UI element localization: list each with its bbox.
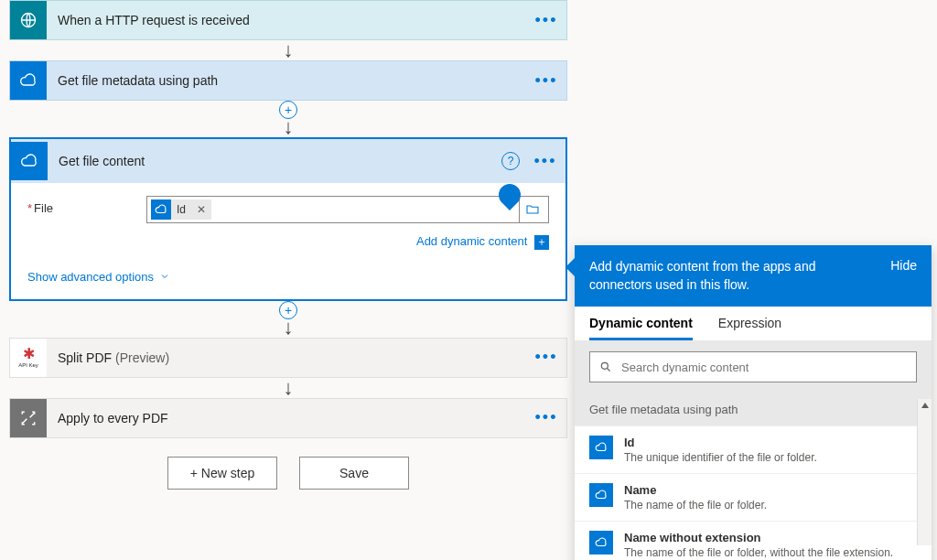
item-title: Name xyxy=(624,483,767,497)
item-description: The name of the file or folder, without … xyxy=(624,546,893,559)
scrollbar[interactable] xyxy=(917,399,932,545)
step-http-trigger[interactable]: When a HTTP request is received ••• xyxy=(9,0,567,40)
plus-icon: ＋ xyxy=(534,235,549,250)
show-advanced-options[interactable]: Show advanced options xyxy=(27,270,170,284)
connector-with-add: + ↓ xyxy=(9,301,567,338)
step-split-pdf[interactable]: ✱ API Key Split PDF (Preview) ••• xyxy=(9,338,567,378)
cloud-icon xyxy=(11,142,48,180)
hide-panel-button[interactable]: Hide xyxy=(890,258,917,294)
step-menu-button[interactable]: ••• xyxy=(526,408,566,427)
item-description: The name of the file or folder. xyxy=(624,499,767,512)
dyn-section-title: Get file metadata using path xyxy=(575,393,932,425)
panel-tabs: Dynamic content Expression xyxy=(575,307,932,340)
step-menu-button[interactable]: ••• xyxy=(526,348,566,367)
cloud-icon xyxy=(589,436,613,459)
cloud-icon xyxy=(589,483,613,507)
step-title: When a HTTP request is received xyxy=(47,13,526,27)
item-title: Name without extension xyxy=(624,531,893,544)
step-title: Split PDF (Preview) xyxy=(47,350,526,365)
tab-dynamic-content[interactable]: Dynamic content xyxy=(589,316,693,340)
step-title: Apply to every PDF xyxy=(47,411,526,425)
panel-header: Add dynamic content from the apps and co… xyxy=(575,245,932,307)
cloud-icon xyxy=(589,531,613,555)
dynamic-content-item[interactable]: Name without extensionThe name of the fi… xyxy=(575,521,932,560)
dynamic-content-panel: Add dynamic content from the apps and co… xyxy=(575,245,932,560)
dynamic-content-item[interactable]: IdThe unique identifier of the file or f… xyxy=(575,425,932,473)
connector-with-add: + ↓ xyxy=(9,101,567,137)
step-menu-button[interactable]: ••• xyxy=(525,152,565,171)
file-input[interactable]: Id ✕ xyxy=(146,196,549,223)
panel-pointer-icon xyxy=(565,258,575,276)
file-field-label: *File xyxy=(27,196,146,215)
globe-icon xyxy=(10,1,47,39)
step-title: Get file metadata using path xyxy=(47,73,526,88)
loop-icon xyxy=(10,399,47,437)
save-button[interactable]: Save xyxy=(299,457,409,490)
add-dynamic-content-link[interactable]: Add dynamic content ＋ xyxy=(416,234,549,248)
connector: ↓ xyxy=(9,40,567,60)
connector: ↓ xyxy=(9,378,567,398)
search-dynamic-content[interactable] xyxy=(589,351,917,382)
help-icon[interactable]: ? xyxy=(501,152,520,170)
remove-token-button[interactable]: ✕ xyxy=(191,203,211,216)
step-header[interactable]: Get file content ? ••• xyxy=(11,139,565,183)
search-input[interactable] xyxy=(621,361,907,374)
chevron-down-icon xyxy=(159,271,170,282)
item-title: Id xyxy=(624,436,817,449)
step-get-metadata[interactable]: Get file metadata using path ••• xyxy=(9,60,567,101)
step-menu-button[interactable]: ••• xyxy=(526,71,566,91)
tab-expression[interactable]: Expression xyxy=(718,316,781,340)
panel-header-text: Add dynamic content from the apps and co… xyxy=(589,258,879,294)
cloud-icon xyxy=(151,199,171,220)
new-step-button[interactable]: + New step xyxy=(167,457,277,490)
step-title: Get file content xyxy=(48,154,501,168)
footer-buttons: + New step Save xyxy=(9,457,567,490)
search-icon xyxy=(599,361,612,373)
api-key-icon: ✱ API Key xyxy=(10,339,47,377)
dynamic-content-list: IdThe unique identifier of the file or f… xyxy=(575,425,932,560)
file-field-row: *File Id ✕ xyxy=(27,196,549,223)
cloud-icon xyxy=(10,61,47,100)
step-menu-button[interactable]: ••• xyxy=(526,11,566,30)
dynamic-token-id[interactable]: Id ✕ xyxy=(151,199,211,220)
step-apply-to-each[interactable]: Apply to every PDF ••• xyxy=(9,398,567,438)
folder-picker-button[interactable] xyxy=(519,197,544,222)
step-get-content-expanded: Get file content ? ••• *File Id ✕ xyxy=(9,137,567,301)
item-description: The unique identifier of the file or fol… xyxy=(624,451,817,464)
dynamic-content-item[interactable]: NameThe name of the file or folder. xyxy=(575,473,932,521)
svg-point-1 xyxy=(601,363,608,370)
